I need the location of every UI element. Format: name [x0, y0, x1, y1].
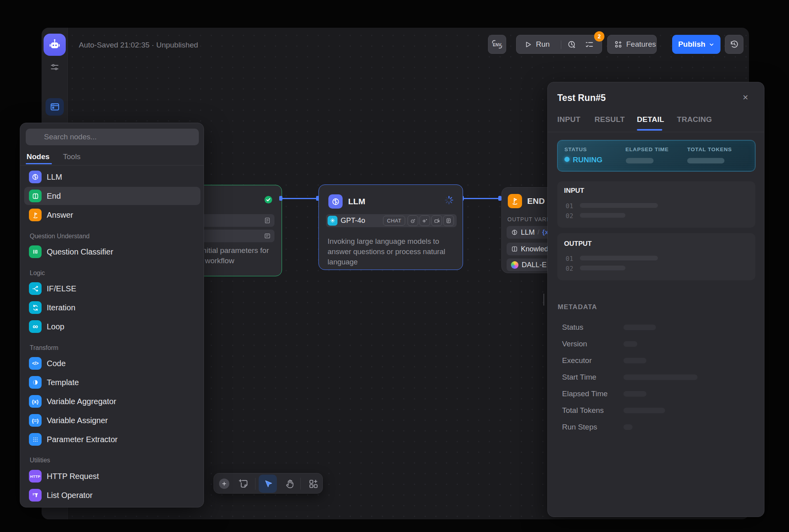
node-item-parameter-extractor[interactable]: Parameter Extractor	[24, 430, 200, 448]
hand-tool-button[interactable]	[285, 479, 295, 489]
add-note-button[interactable]	[238, 479, 249, 489]
version-history-button[interactable]	[725, 35, 743, 54]
node-item-if-else[interactable]: IF/ELSE	[24, 279, 200, 298]
add-node-button[interactable]	[219, 479, 229, 489]
video-capability-icon	[431, 215, 442, 226]
node-section-label: Utilities	[30, 457, 50, 464]
note-icon	[238, 479, 249, 489]
checklist-badge: 2	[594, 31, 604, 42]
row-number: 01	[566, 255, 573, 262]
metadata-title: METADATA	[558, 303, 597, 311]
llm-node[interactable]: LLM ✳ GPT-4o CHAT	[318, 184, 463, 270]
run-history-clock-icon[interactable]	[567, 40, 577, 49]
node-item-list-operator[interactable]: List Operator	[24, 486, 200, 504]
features-button[interactable]: Features	[607, 35, 657, 54]
end-node-title: END	[527, 196, 545, 206]
openai-icon: ✳	[328, 216, 337, 226]
tab-result[interactable]: RESULT	[595, 115, 625, 124]
elapsed-time-label: ELAPSED TIME	[625, 146, 669, 152]
node-item-label: Variable Aggregator	[47, 397, 116, 406]
chevron-down-icon	[709, 42, 715, 48]
workflow-settings-icon[interactable]	[50, 63, 59, 72]
variable-assigner-icon: {=}	[29, 414, 42, 427]
metadata-label: Elapsed Time	[562, 390, 608, 398]
tab-detail-active[interactable]: DETAIL	[637, 115, 664, 124]
robot-icon	[48, 38, 61, 51]
node-item-question-classifier[interactable]: Question Classifier	[24, 243, 200, 261]
divider	[255, 478, 255, 490]
skeleton-bar	[623, 408, 665, 413]
status-card: STATUS ELAPSED TIME TOTAL TOKENS RUNING	[557, 140, 755, 171]
llm-brain-icon	[328, 194, 343, 209]
skeleton-bar	[623, 424, 633, 430]
tab-nodes[interactable]: Nodes	[27, 152, 50, 161]
node-item-variable-aggregator[interactable]: {x} Variable Aggregator	[24, 392, 200, 410]
output-card: OUTPUT 01 02	[557, 233, 755, 280]
output-port[interactable]	[279, 196, 282, 201]
preview-window-icon[interactable]	[46, 98, 64, 116]
input-card-title: INPUT	[564, 187, 584, 195]
app-logo-robot-icon[interactable]	[44, 34, 66, 56]
chat-mode-badge: CHAT	[383, 216, 405, 226]
loop-infinity-icon: ∞	[29, 320, 42, 333]
organize-blocks-button[interactable]	[308, 479, 318, 489]
variable-source: DALL-E	[522, 261, 547, 269]
template-icon	[29, 376, 42, 389]
success-check-icon	[264, 195, 273, 204]
llm-node-title: LLM	[348, 197, 365, 206]
run-button[interactable]: Run	[516, 40, 550, 49]
model-selector[interactable]: ✳ GPT-4o CHAT	[326, 214, 457, 227]
node-section-label: Transform	[30, 344, 58, 352]
env-button[interactable]: ENV	[488, 35, 506, 54]
node-item-http-request[interactable]: HTTP HTTP Request	[24, 467, 200, 485]
divider	[20, 165, 204, 165]
checklist-icon[interactable]	[585, 40, 594, 49]
divider	[300, 478, 301, 490]
node-item-iteration[interactable]: Iteration	[24, 298, 200, 317]
node-item-label: Code	[47, 359, 66, 368]
close-icon[interactable]: ×	[743, 92, 748, 103]
cursor-icon	[263, 479, 273, 488]
row-number: 01	[566, 202, 573, 210]
pointer-tool-button-active[interactable]	[259, 475, 277, 493]
test-run-panel: Test Run#5 × INPUT RESULT DETAIL TRACING…	[547, 82, 764, 517]
tab-tools[interactable]: Tools	[63, 152, 80, 161]
node-item-answer[interactable]: Answer	[24, 206, 200, 224]
status-label: STATUS	[564, 146, 587, 152]
node-item-label: Loop	[47, 322, 65, 331]
history-icon	[730, 40, 739, 49]
node-item-end[interactable]: End	[24, 187, 200, 205]
input-port[interactable]	[498, 196, 501, 201]
node-item-label: LLM	[47, 173, 62, 182]
separator: /	[537, 228, 539, 236]
node-item-code[interactable]: </> Code	[24, 354, 200, 372]
node-item-label: List Operator	[47, 491, 93, 500]
metadata-label: Status	[562, 323, 583, 332]
node-item-variable-assigner[interactable]: {=} Variable Assigner	[24, 411, 200, 429]
search-input[interactable]	[26, 129, 199, 145]
node-item-template[interactable]: Template	[24, 373, 200, 391]
publish-button[interactable]: Publish	[672, 35, 720, 54]
hand-icon	[285, 479, 295, 489]
variable-source: LLM	[521, 228, 535, 237]
tab-tracing[interactable]: TRACING	[677, 115, 712, 124]
output-card-title: OUTPUT	[564, 240, 592, 248]
row-number: 02	[566, 265, 573, 272]
llm-brain-icon	[29, 171, 42, 183]
tab-input[interactable]: INPUT	[557, 115, 581, 124]
variable-aggregator-icon: {x}	[29, 395, 42, 408]
panel-title: Test Run#5	[557, 93, 606, 103]
node-item-loop[interactable]: ∞ Loop	[24, 317, 200, 336]
skeleton-bar	[580, 213, 625, 218]
edge-start-to-llm	[282, 198, 319, 199]
metadata-label: Executor	[562, 356, 592, 365]
caret-line	[543, 294, 544, 306]
node-item-llm[interactable]: LLM	[24, 168, 200, 186]
http-request-icon: HTTP	[29, 470, 42, 483]
parameter-extractor-icon	[29, 433, 42, 446]
active-tab-underline	[637, 129, 662, 131]
audio-capability-icon	[419, 215, 430, 226]
model-name: GPT-4o	[341, 217, 365, 225]
autosave-status: Auto-Saved 21:02:35 · Unpublished	[79, 41, 198, 49]
skeleton-bar	[580, 266, 625, 270]
